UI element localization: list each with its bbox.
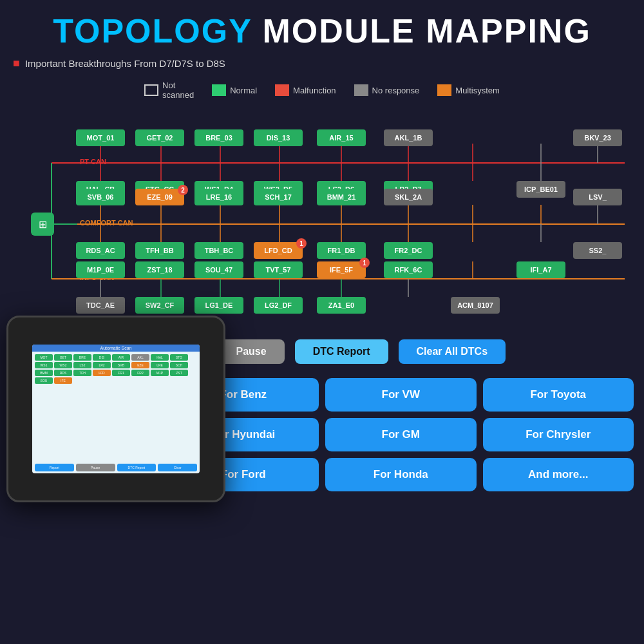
sn1: MOT [35, 354, 53, 361]
sn17: BMM [35, 370, 53, 376]
module-SS2[interactable]: SS2_ [573, 242, 622, 259]
legend-normal: Normal [212, 84, 257, 96]
sn21: FR1 [112, 370, 130, 376]
topology-diagram: PT CAN COMFORT CAN INFO CAN ⊞ MOT_01 GET… [13, 105, 631, 330]
module-M1P_0E[interactable]: M1P_0E [76, 261, 125, 278]
device-image: Automatic Scan MOT GET BRE DIS AIR AKL H… [6, 303, 251, 509]
sn19: TFH [73, 370, 91, 376]
module-SCH_17[interactable]: SCH_17 [254, 189, 303, 205]
device-screen: Automatic Scan MOT GET BRE DIS AIR AKL H… [32, 345, 200, 473]
sn4: DIS [93, 354, 111, 361]
sn10: WS2 [54, 362, 72, 368]
module-AKL_1B[interactable]: AKL_1B [384, 129, 433, 146]
module-TFH_BB[interactable]: TFH_BB [135, 242, 184, 259]
module-ACM_8107[interactable]: ACM_8107 [451, 297, 500, 314]
module-LRE_16[interactable]: LRE_16 [194, 189, 243, 205]
topology-word: TOPOLOGY [53, 12, 252, 50]
module-FR1_DB[interactable]: FR1_DB [317, 242, 366, 259]
subtitle-bullet: ■ [13, 57, 20, 70]
legend-box-not-scanned [144, 84, 158, 96]
module-AIR_15[interactable]: AIR_15 [317, 129, 366, 146]
sn26: IFE [54, 377, 72, 384]
sn9: WS1 [35, 362, 53, 368]
sn8: STG [170, 354, 188, 361]
legend-multisystem: Multisystem [437, 84, 500, 96]
module-BRE_03[interactable]: BRE_03 [194, 129, 243, 146]
screen-action-btns: Report Pause DTC Report Clear [32, 462, 200, 473]
screen-btn-dtc: DTC Report [117, 464, 156, 471]
main-title: TOPOLOGY MODULE MAPPING [13, 12, 631, 50]
subtitle-text: Important Breakthroughs From D7/D7S to D… [25, 58, 225, 69]
module-TBH_BC[interactable]: TBH_BC [194, 242, 243, 259]
sn18: RDS [54, 370, 72, 376]
legend-box-no-response [354, 84, 368, 96]
pt-can-label: PT CAN [80, 158, 106, 166]
module-LG2_DF[interactable]: LG2_DF [254, 297, 303, 314]
legend-bar: Notscanned Normal Malfunction No respons… [0, 77, 644, 105]
sn3: BRE [73, 354, 91, 361]
brand-btn-more[interactable]: And more... [483, 458, 634, 491]
legend-label-malfunction: Malfunction [293, 86, 336, 95]
gateway-icon[interactable]: ⊞ [31, 213, 54, 236]
device-body: Automatic Scan MOT GET BRE DIS AIR AKL H… [6, 316, 225, 502]
sn5: AIR [112, 354, 130, 361]
module-SOU_47[interactable]: SOU_47 [194, 261, 243, 278]
module-IFI_A7[interactable]: IFI_A7 [516, 261, 565, 278]
legend-label-not-scanned: Notscanned [162, 80, 194, 100]
sn16: SCH [170, 362, 188, 368]
legend-no-response: No response [354, 84, 420, 96]
module-BKV_23[interactable]: BKV_23 [573, 129, 622, 146]
module-EZE_09[interactable]: EZE_092 [135, 189, 184, 205]
dtc-report-button[interactable]: DTC Report [295, 339, 388, 364]
sn14: EZE [131, 362, 149, 368]
legend-malfunction: Malfunction [275, 84, 336, 96]
sn6: AKL [131, 354, 149, 361]
module-ZA1_E0[interactable]: ZA1_E0 [317, 297, 366, 314]
module-LSV[interactable]: LSV_ [573, 189, 622, 205]
brand-btn-toyota[interactable]: For Toyota [483, 378, 634, 412]
sn13: SVB [112, 362, 130, 368]
sn25: SOU [35, 377, 53, 384]
sn12: LR2 [93, 362, 111, 368]
screen-btn-pause: Pause [76, 464, 115, 471]
module-FR2_DC[interactable]: FR2_DC [384, 242, 433, 259]
legend-label-normal: Normal [230, 86, 257, 95]
screen-header-bar: Automatic Scan [32, 345, 200, 352]
sn15: LRE [151, 362, 169, 368]
legend-label-multisystem: Multisystem [455, 86, 500, 95]
sn23: M1P [151, 370, 169, 376]
module-ICP_BE01[interactable]: ICP_BE01 [516, 181, 565, 198]
legend-box-multisystem [437, 84, 451, 96]
brand-btn-honda[interactable]: For Honda [325, 458, 477, 491]
module-ZST_18[interactable]: ZST_18 [135, 261, 184, 278]
module-DIS_13[interactable]: DIS_13 [254, 129, 303, 146]
brand-btn-chrysler[interactable]: For Chrysler [483, 418, 634, 451]
sn24: ZST [170, 370, 188, 376]
subtitle-bar: ■ Important Breakthroughs From D7/D7S to… [0, 54, 644, 77]
brand-btn-vw[interactable]: For VW [325, 378, 477, 412]
module-LFD_CD[interactable]: LFD_CD1 [254, 242, 303, 259]
legend-not-scanned: Notscanned [144, 80, 194, 100]
screen-nodes: MOT GET BRE DIS AIR AKL HAL STG WS1 WS2 … [32, 352, 200, 386]
screen-inner: Automatic Scan MOT GET BRE DIS AIR AKL H… [32, 345, 200, 473]
brand-btn-gm[interactable]: For GM [325, 418, 477, 451]
legend-box-malfunction [275, 84, 289, 96]
clear-dtcs-button[interactable]: Clear All DTCs [399, 339, 506, 364]
module-RFK_6C[interactable]: RFK_6C [384, 261, 433, 278]
screen-btn-report: Report [35, 464, 74, 471]
page-header: TOPOLOGY MODULE MAPPING [0, 0, 644, 54]
module-SKL_2A[interactable]: SKL_2A [384, 189, 433, 205]
module-RDS_AC[interactable]: RDS_AC [76, 242, 125, 259]
module-SVB_06[interactable]: SVB_06 [76, 189, 125, 205]
sn11: LS2 [73, 362, 91, 368]
module-IFE_5F[interactable]: IFE_5F1 [317, 261, 366, 278]
screen-btn-clear: Clear [158, 464, 197, 471]
sn20: LFD [93, 370, 111, 376]
module-BMM_21[interactable]: BMM_21 [317, 189, 366, 205]
sn7: HAL [151, 354, 169, 361]
rest-title: MODULE MAPPING [252, 12, 591, 50]
module-MOT_01[interactable]: MOT_01 [76, 129, 125, 146]
legend-label-no-response: No response [372, 86, 420, 95]
module-TVT_57[interactable]: TVT_57 [254, 261, 303, 278]
module-GET_02[interactable]: GET_02 [135, 129, 184, 146]
